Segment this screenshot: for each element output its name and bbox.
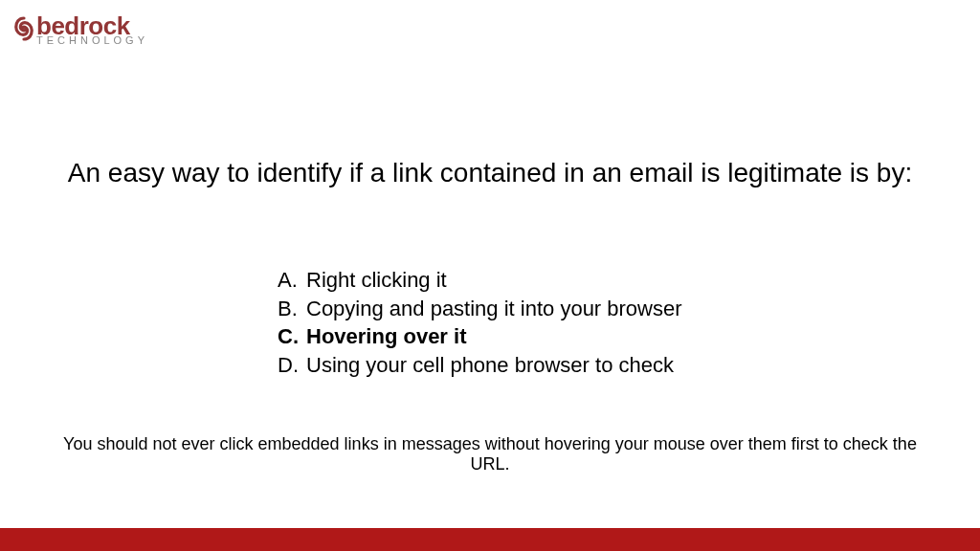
- option-letter: D.: [278, 351, 299, 380]
- logo-swirl-icon: [13, 15, 34, 42]
- option-letter: A.: [278, 266, 299, 295]
- option-d: D. Using your cell phone browser to chec…: [278, 351, 682, 380]
- explanation-text: You should not ever click embedded links…: [0, 434, 980, 474]
- options-list: A. Right clicking it B. Copying and past…: [278, 266, 682, 380]
- option-b: B. Copying and pasting it into your brow…: [278, 295, 682, 323]
- option-text: Copying and pasting it into your browser: [306, 295, 682, 323]
- question-text: An easy way to identify if a link contai…: [0, 158, 980, 188]
- option-c: C. Hovering over it: [278, 322, 682, 351]
- logo-sub-text: TECHNOLOGY: [36, 36, 148, 46]
- footer-bar: [0, 528, 980, 551]
- option-text: Right clicking it: [306, 266, 447, 295]
- option-letter: C.: [278, 322, 299, 351]
- logo-text: bedrock TECHNOLOGY: [36, 15, 148, 46]
- option-text: Hovering over it: [306, 322, 466, 351]
- option-text: Using your cell phone browser to check: [306, 351, 674, 380]
- option-letter: B.: [278, 295, 299, 323]
- company-logo: bedrock TECHNOLOGY: [13, 15, 148, 46]
- option-a: A. Right clicking it: [278, 266, 682, 295]
